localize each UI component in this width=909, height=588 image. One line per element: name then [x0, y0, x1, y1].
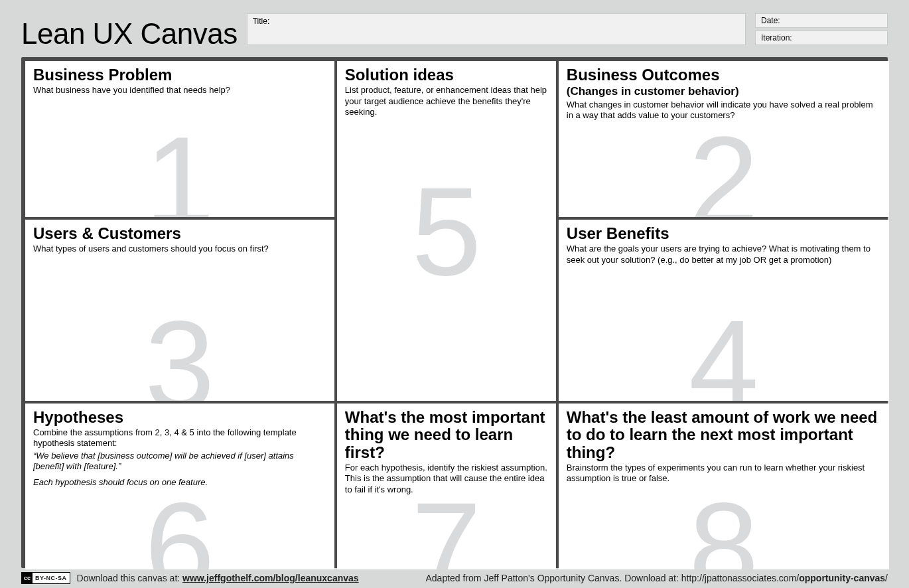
cell-solution-ideas[interactable]: Solution ideas List product, feature, or… — [337, 61, 556, 401]
meta-column: Date: Iteration: — [755, 13, 888, 45]
cell-title: Solution ideas — [345, 66, 548, 84]
attribution-suffix: / — [885, 573, 888, 583]
footer: cc BY-NC-SA Download this canvas at: www… — [21, 572, 888, 584]
cell-business-problem[interactable]: Business Problem What business have you … — [25, 61, 334, 217]
cell-title: Hypotheses — [33, 409, 326, 426]
canvas-grid: Business Problem What business have you … — [25, 61, 884, 564]
date-field-label: Date: — [761, 16, 780, 25]
cell-learn-first[interactable]: What's the most important thing we need … — [337, 404, 556, 569]
cell-number: 5 — [411, 168, 482, 294]
download-link[interactable]: www.jeffgothelf.com/blog/leanuxcanvas — [182, 573, 359, 583]
canvas-frame: Business Problem What business have you … — [21, 57, 888, 568]
cell-number: 8 — [689, 483, 759, 569]
cc-icon: cc — [22, 573, 33, 583]
cell-title: What's the most important thing we need … — [345, 409, 548, 461]
cell-title: Business Outcomes — [567, 66, 881, 84]
date-field[interactable]: Date: — [755, 13, 888, 28]
cell-users-customers[interactable]: Users & Customers What types of users an… — [25, 220, 334, 401]
page-title: Lean UX Canvas — [21, 13, 238, 50]
cell-title: Business Problem — [33, 66, 326, 84]
cell-number: 6 — [145, 483, 215, 569]
cc-license-badge: cc BY-NC-SA — [21, 572, 70, 584]
cell-desc: What business have you identified that n… — [33, 85, 326, 96]
download-prefix: Download this canvas at: — [77, 573, 183, 583]
cell-subtitle: (Changes in customer behavior) — [567, 85, 881, 98]
cell-user-benefits[interactable]: User Benefits What are the goals your us… — [559, 220, 889, 401]
cell-desc: For each hypothesis, identify the riskie… — [345, 463, 548, 495]
cell-title: Users & Customers — [33, 225, 326, 242]
title-field[interactable]: Title: — [247, 13, 746, 45]
header: Lean UX Canvas Title: Date: Iteration: — [21, 13, 888, 50]
cell-number: 2 — [689, 117, 759, 217]
download-text: Download this canvas at: www.jeffgothelf… — [77, 573, 359, 583]
cell-title: User Benefits — [567, 225, 881, 242]
cell-hypotheses[interactable]: Hypotheses Combine the assumptions from … — [25, 404, 334, 569]
cell-title: What's the least amount of work we need … — [567, 409, 881, 461]
attribution-text: Adapted from Jeff Patton's Opportunity C… — [425, 573, 888, 583]
cell-desc: Brainstorm the types of experiments you … — [567, 463, 881, 484]
iteration-field-label: Iteration: — [761, 33, 792, 42]
cell-desc: What changes in customer behavior will i… — [567, 100, 881, 121]
cell-desc-3: Each hypothesis should focus on one feat… — [33, 477, 326, 488]
cc-terms: BY-NC-SA — [33, 575, 70, 581]
title-field-label: Title: — [253, 17, 270, 26]
cell-desc: What types of users and customers should… — [33, 244, 326, 254]
cell-number: 7 — [411, 483, 482, 569]
cell-least-work[interactable]: What's the least amount of work we need … — [559, 404, 889, 569]
cell-number: 4 — [689, 301, 759, 401]
cell-number: 3 — [145, 301, 215, 401]
cell-business-outcomes[interactable]: Business Outcomes (Changes in customer b… — [559, 61, 889, 217]
cell-desc-1: Combine the assumptions from 2, 3, 4 & 5… — [33, 427, 326, 449]
cell-number: 1 — [145, 117, 215, 217]
attribution-prefix: Adapted from Jeff Patton's Opportunity C… — [425, 573, 799, 583]
cell-desc-2: “We believe that [business outcome] will… — [33, 451, 326, 473]
cell-desc: What are the goals your users are trying… — [567, 244, 881, 265]
cell-desc: List product, feature, or enhancement id… — [345, 85, 548, 117]
attribution-link[interactable]: opportunity-canvas — [799, 573, 885, 583]
iteration-field[interactable]: Iteration: — [755, 31, 888, 45]
